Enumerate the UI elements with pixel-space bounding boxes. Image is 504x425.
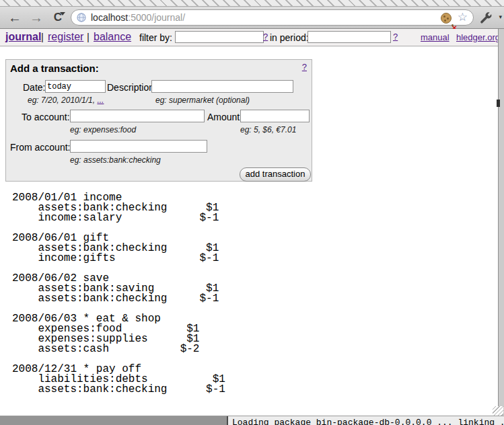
hledger-org-link[interactable]: hledger.org [456,32,500,42]
date-hint: eg: 7/20, 2010/1/1, ... [28,95,104,105]
date-hint-text: eg: 7/20, 2010/1/1, [28,95,97,105]
form-title: Add a transaction: [10,63,99,74]
browser-window: ← → C localhost:5000/journal/ ✕ ☆ [0,0,504,425]
desktop-background [0,416,227,425]
filter-input[interactable] [175,31,264,43]
to-account-hint: eg: expenses:food [70,125,136,134]
date-input[interactable] [45,80,106,93]
window-titlebar-stripes [0,0,504,7]
scrollbar-notch [497,100,500,107]
description-hint: eg: supermarket (optional) [155,95,250,105]
browser-toolbar: ← → C localhost:5000/journal/ ✕ ☆ [0,7,504,29]
add-transaction-button[interactable]: add transaction [240,167,311,182]
url-host: localhost [91,12,128,23]
description-label: Description: [107,82,157,93]
from-account-label: From account: [10,142,70,153]
url-text: localhost:5000/journal/ [91,12,185,23]
forward-button[interactable]: → [28,9,45,26]
journal-text: 2008/01/01 income assets:bank:checking $… [12,193,225,395]
from-account-input[interactable] [70,140,207,153]
manual-link[interactable]: manual [421,32,449,42]
desktop-right-sliver [499,29,504,416]
nav-separator: | [87,31,89,42]
period-input[interactable] [308,31,391,43]
nav-link-register[interactable]: register [48,31,83,43]
terminal-output-text: Loading package bin-package-db-0.0.0.0 .… [232,418,504,425]
from-account-hint: eg: assets:bank:checking [70,155,161,165]
wrench-menu-button[interactable]: ▾ [479,9,502,26]
to-account-input[interactable] [70,110,205,122]
to-account-label: To account: [22,112,70,122]
date-label: Date: [23,82,45,93]
description-input[interactable] [151,80,293,93]
add-transaction-form: Add a transaction: ? Date: Description: … [5,59,312,182]
blocked-x-icon: ✕ [452,24,454,26]
amount-hint: eg: 5, $6, €7.01 [240,125,296,134]
terminal-window-peek[interactable]: Loading package bin-package-db-0.0.0.0 .… [227,416,504,425]
in-period-label: in period: [270,32,309,43]
nav-separator: | [41,31,44,42]
reload-arrowhead-icon [60,12,65,15]
bookmark-star-icon[interactable]: ☆ [458,10,468,25]
resize-grip-icon[interactable] [493,406,503,416]
wrench-icon [479,11,493,24]
filter-by-label: filter by: [139,32,172,43]
globe-icon [77,13,86,25]
nav-link-balance[interactable]: balance [94,31,131,43]
url-path: :5000/journal/ [128,12,185,23]
period-help-link[interactable]: ? [393,32,398,42]
app-navbar: journal | register | balance filter by: … [0,29,504,46]
form-help-link[interactable]: ? [302,62,307,72]
amount-label: Amount: [207,112,242,122]
cookie-blocked-icon[interactable]: ✕ [441,13,452,24]
reload-button[interactable]: C [49,9,67,26]
filter-help-link[interactable]: ? [263,32,268,42]
nav-link-journal[interactable]: journal [5,31,41,43]
address-bar[interactable]: localhost:5000/journal/ ✕ ☆ [71,9,474,26]
chevron-down-icon: ▾ [499,13,502,20]
date-hint-more-link[interactable]: ... [97,95,104,105]
amount-input[interactable] [240,110,310,122]
back-button[interactable]: ← [6,9,24,26]
